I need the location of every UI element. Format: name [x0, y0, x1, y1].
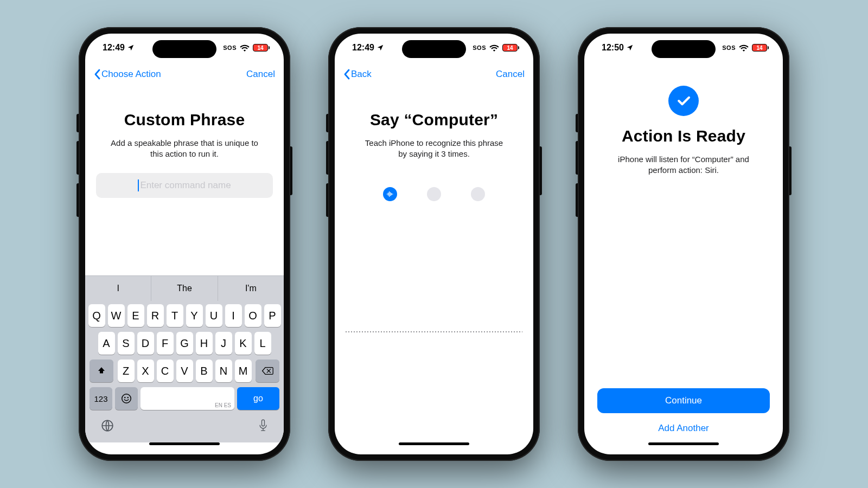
key-a[interactable]: A [98, 332, 115, 355]
progress-dot-3 [471, 187, 485, 201]
svg-point-0 [122, 394, 131, 403]
numeric-key[interactable]: 123 [90, 387, 112, 410]
backspace-key[interactable] [256, 359, 279, 382]
key-p[interactable]: P [264, 304, 281, 327]
shift-key[interactable] [90, 359, 113, 382]
key-s[interactable]: S [118, 332, 135, 355]
page-title: Say “Computer” [346, 111, 522, 129]
back-button[interactable]: Back [343, 69, 372, 80]
key-j[interactable]: J [215, 332, 232, 355]
wifi-icon [240, 44, 250, 52]
key-e[interactable]: E [127, 304, 144, 327]
status-time: 12:49 [352, 43, 374, 53]
key-k[interactable]: K [235, 332, 252, 355]
battery-indicator: 14 [502, 44, 519, 52]
emoji-key[interactable] [115, 387, 138, 410]
content-area: Say “Computer” Teach iPhone to recognize… [335, 87, 533, 442]
text-cursor [138, 179, 139, 191]
suggestion-3[interactable]: I'm [218, 276, 284, 301]
screen-1-custom-phrase: 12:49 SOS 14 Choose Action [85, 34, 284, 454]
home-indicator[interactable] [584, 442, 783, 454]
mic-icon[interactable] [258, 419, 269, 435]
cancel-button[interactable]: Cancel [246, 69, 275, 80]
key-y[interactable]: Y [186, 304, 203, 327]
page-subtitle: Teach iPhone to recognize this phrase by… [360, 138, 508, 160]
keyboard-row-3: Z X C V B N M [87, 359, 282, 382]
training-progress [368, 187, 500, 201]
waveform-placeholder [346, 331, 522, 332]
home-indicator[interactable] [335, 442, 533, 454]
status-time: 12:50 [602, 43, 624, 53]
back-button[interactable]: Choose Action [94, 69, 161, 80]
dynamic-island [652, 40, 716, 58]
battery-level: 14 [253, 44, 268, 52]
key-u[interactable]: U [206, 304, 222, 327]
key-r[interactable]: R [147, 304, 164, 327]
success-check-icon [668, 86, 699, 116]
progress-dot-1 [383, 187, 397, 201]
sos-indicator: SOS [473, 44, 486, 51]
key-v[interactable]: V [176, 359, 193, 382]
battery-indicator: 14 [752, 44, 769, 52]
key-o[interactable]: O [245, 304, 261, 327]
continue-button[interactable]: Continue [597, 388, 770, 413]
sos-indicator: SOS [223, 44, 237, 51]
key-x[interactable]: X [137, 359, 154, 382]
screen-2-say-phrase: 12:49 SOS 14 Back Cancel [335, 34, 533, 454]
command-name-input[interactable]: Enter command name [96, 173, 273, 198]
svg-point-2 [127, 397, 129, 398]
key-t[interactable]: T [167, 304, 183, 327]
location-icon [376, 44, 384, 52]
wifi-icon [739, 44, 749, 52]
key-i[interactable]: I [225, 304, 242, 327]
keyboard-row-4: 123 EN ES go [87, 387, 282, 412]
battery-level: 14 [752, 44, 767, 52]
keyboard-row-1: Q W E R T Y U I O P [87, 304, 282, 327]
suggestion-2[interactable]: The [151, 276, 218, 301]
battery-level: 14 [502, 44, 518, 52]
cancel-button[interactable]: Cancel [496, 69, 525, 80]
phone-1: 12:49 SOS 14 Choose Action [79, 27, 290, 461]
phone-2: 12:49 SOS 14 Back Cancel [328, 27, 540, 461]
back-label: Back [351, 69, 372, 80]
dynamic-island [152, 40, 216, 58]
home-indicator[interactable] [85, 442, 284, 454]
key-b[interactable]: B [196, 359, 213, 382]
go-key[interactable]: go [237, 387, 279, 410]
globe-icon[interactable] [100, 419, 114, 435]
key-c[interactable]: C [157, 359, 174, 382]
svg-point-1 [124, 397, 125, 398]
page-title: Custom Phrase [96, 111, 273, 129]
phone-3: 12:50 SOS 14 Action [578, 27, 789, 461]
space-key[interactable]: EN ES [141, 387, 234, 410]
key-m[interactable]: M [235, 359, 252, 382]
key-z[interactable]: Z [118, 359, 135, 382]
page-subtitle: iPhone will listen for “Computer” and pe… [609, 154, 758, 176]
space-hint: EN ES [215, 402, 231, 408]
key-g[interactable]: G [176, 332, 193, 355]
key-n[interactable]: N [215, 359, 232, 382]
nav-bar: Choose Action Cancel [85, 62, 284, 87]
wifi-icon [489, 44, 499, 52]
status-time: 12:49 [103, 43, 125, 53]
svg-rect-4 [262, 420, 265, 426]
suggestion-1[interactable]: I [85, 276, 151, 301]
add-another-button[interactable]: Add Another [595, 413, 772, 442]
location-icon [127, 44, 135, 52]
key-h[interactable]: H [196, 332, 213, 355]
key-d[interactable]: D [137, 332, 154, 355]
dynamic-island [402, 40, 466, 58]
nav-bar: Back Cancel [335, 62, 533, 87]
key-q[interactable]: Q [88, 304, 105, 327]
key-w[interactable]: W [108, 304, 125, 327]
keyboard-row-2: A S D F G H J K L [87, 332, 282, 355]
screen-3-action-ready: 12:50 SOS 14 Action [584, 34, 783, 454]
battery-indicator: 14 [253, 44, 270, 52]
key-f[interactable]: F [157, 332, 174, 355]
content-area: Custom Phrase Add a speakable phrase tha… [85, 87, 284, 275]
location-icon [626, 44, 634, 52]
back-label: Choose Action [101, 69, 161, 80]
keyboard: I The I'm Q W E R T Y U I O P A [85, 275, 284, 442]
sos-indicator: SOS [722, 44, 736, 51]
key-l[interactable]: L [254, 332, 271, 355]
